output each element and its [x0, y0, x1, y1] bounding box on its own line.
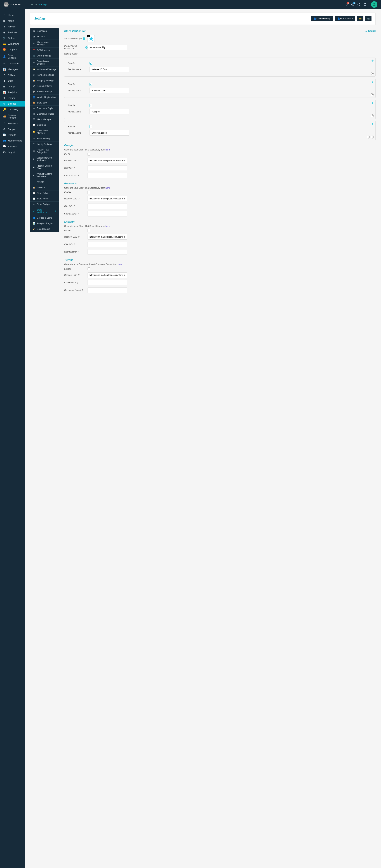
client-secret-input[interactable]: [88, 173, 127, 178]
sidebar-item-reports[interactable]: 📄Reports: [0, 132, 25, 138]
subnav-item-delivery[interactable]: 🚚Delivery: [30, 185, 59, 190]
subnav-item-store-hours[interactable]: 🕐Store Hours: [30, 196, 59, 202]
video-button[interactable]: 📹: [365, 16, 372, 21]
add-identity-button[interactable]: +: [367, 135, 370, 138]
subnav-item-commission-settings[interactable]: %Commission Settings: [30, 59, 59, 67]
menu-icon[interactable]: ☰: [31, 3, 33, 6]
move-handle-icon[interactable]: ✥: [372, 101, 374, 104]
generate-link[interactable]: here: [106, 187, 110, 189]
help-icon[interactable]: ?: [85, 46, 88, 49]
breadcrumb-label[interactable]: Settings: [38, 3, 47, 6]
client-secret-input[interactable]: [88, 249, 127, 255]
identity-name-input[interactable]: [89, 67, 129, 72]
help-icon[interactable]: ?: [78, 236, 80, 238]
capability-button[interactable]: 👤⚙Capability: [335, 16, 355, 21]
sidebar-item-orders[interactable]: 🛒Orders: [0, 35, 25, 41]
subnav-item-dashboard[interactable]: ▣Dashboard: [30, 28, 59, 34]
subnav-item-geo-location[interactable]: 📍GEO Location: [30, 48, 59, 53]
sidebar-item-logout[interactable]: ⏻Logout: [0, 149, 25, 155]
save-icon[interactable]: [363, 3, 366, 6]
sidebar-item-support[interactable]: ⊕Support: [0, 126, 25, 132]
subnav-item-refund-settings[interactable]: ↺Refund Settings: [30, 83, 59, 89]
redirect-url-input[interactable]: [88, 272, 127, 278]
help-icon[interactable]: ?: [74, 205, 75, 208]
subnav-item-store-policies[interactable]: 📋Store Policies: [30, 190, 59, 196]
subnav-item-payment-settings[interactable]: ₿Payment Settings: [30, 72, 59, 78]
subnav-item-data-cleanup[interactable]: 🧹Data Cleanup: [30, 226, 59, 232]
sidebar-item-memberships[interactable]: 👥Memberships: [0, 138, 25, 144]
sidebar-item-refund[interactable]: ↺Refund: [0, 95, 25, 101]
enable-checkbox[interactable]: [88, 153, 90, 156]
subnav-item-groups-&-staffs[interactable]: 👥Groups & Staffs: [30, 215, 59, 221]
remove-identity-button[interactable]: ✕: [371, 135, 374, 138]
subnav-item-email-setting[interactable]: ✉Email Setting: [30, 136, 59, 142]
help-icon[interactable]: ?: [78, 251, 79, 253]
sidebar-item-media[interactable]: ▣Media: [0, 18, 25, 24]
sidebar-item-settings[interactable]: ⚙Settings: [0, 101, 25, 106]
subnav-item-store-verification[interactable]: ✓Store Verification⟳: [30, 207, 59, 215]
redirect-url-input[interactable]: [88, 196, 127, 202]
subnav-item-withdrawal-settings[interactable]: 💳Withdrawal Settings: [30, 67, 59, 72]
verification-badge-image[interactable]: ✕: [88, 35, 95, 42]
help-icon[interactable]: ?: [79, 281, 80, 284]
identity-name-input[interactable]: [89, 130, 129, 135]
generate-link[interactable]: here: [106, 149, 110, 151]
subnav-item-affiliate[interactable]: ⚭Affiliate: [30, 179, 59, 185]
client-secret-input[interactable]: [88, 211, 127, 216]
subnav-item-inquiry-settings[interactable]: ?Inquiry Settings: [30, 142, 59, 147]
sidebar-item-withdrawal[interactable]: 💳Withdrawal: [0, 41, 25, 46]
subnav-item-analytics-region[interactable]: 📊Analytics Region: [30, 221, 59, 226]
sidebar-item-affiliate[interactable]: ⚭Affiliate: [0, 72, 25, 78]
membership-button[interactable]: 👤⁺Membership: [311, 16, 333, 21]
subnav-item-dashboard-pages[interactable]: ▥Dashboard Pages: [30, 111, 59, 117]
help-icon[interactable]: ?: [74, 243, 75, 246]
help-icon[interactable]: ?: [78, 159, 80, 162]
product-limit-input[interactable]: [88, 45, 127, 50]
subnav-item-dashboard-style[interactable]: ▤Dashboard Style: [30, 105, 59, 111]
help-icon[interactable]: ?: [83, 37, 85, 40]
remove-identity-button[interactable]: ✕: [371, 72, 374, 75]
sidebar-item-groups[interactable]: ⊞Groups: [0, 84, 25, 89]
identity-name-input[interactable]: [89, 88, 129, 93]
move-handle-icon[interactable]: ✥: [372, 59, 374, 62]
subnav-item-product-custom-field[interactable]: ◐Product Custom Field: [30, 163, 59, 171]
subnav-item-categories-wise-attributes[interactable]: ≡Categories wise Attributes: [30, 155, 59, 163]
subnav-item-product-custom-validation[interactable]: ✓Product Custom Validation: [30, 171, 59, 179]
identity-name-input[interactable]: [89, 109, 129, 115]
sidebar-item-customers[interactable]: ☺Customers: [0, 61, 25, 66]
redirect-url-input[interactable]: [88, 158, 127, 163]
card-button[interactable]: 💳: [357, 16, 363, 21]
sidebar-item-managers[interactable]: 👔Managers: [0, 66, 25, 72]
subnav-item-store-badges[interactable]: ○Store Badges: [30, 202, 59, 207]
enable-checkbox[interactable]: ✓: [89, 125, 92, 128]
subnav-item-notification-manager[interactable]: 🔔Notification Manager: [30, 128, 59, 136]
subnav-item-marketplace-settings[interactable]: ⌂Marketplace Settings: [30, 39, 59, 48]
announce-icon[interactable]: [357, 3, 360, 6]
move-handle-icon[interactable]: ✥: [372, 123, 374, 126]
tutorial-link[interactable]: ▭ Tutorial: [365, 30, 376, 32]
help-icon[interactable]: ?: [82, 289, 83, 291]
help-icon[interactable]: ?: [78, 197, 80, 200]
sidebar-item-home[interactable]: ⌂Home: [0, 12, 25, 18]
client-secret-input[interactable]: [88, 287, 127, 293]
move-handle-icon[interactable]: ✥: [372, 80, 374, 83]
enable-checkbox[interactable]: [88, 191, 90, 194]
client-id-input[interactable]: [88, 165, 127, 171]
sidebar-item-followers[interactable]: ☆Followers: [0, 121, 25, 126]
sidebar-item-coupons[interactable]: 🎁Coupons: [0, 46, 25, 52]
subnav-item-vendor-registration[interactable]: 👤Vendor Registration: [30, 94, 59, 100]
sidebar-item-store-vendors[interactable]: 👤Store Vendors: [0, 52, 25, 61]
subnav-item-store-style[interactable]: 🎨Store Style: [30, 100, 59, 105]
sidebar-item-reviews[interactable]: 💬Reviews: [0, 144, 25, 149]
subnav-item-product-type-categories[interactable]: 🏷Product Type Categories: [30, 147, 59, 155]
enable-checkbox[interactable]: ✓: [89, 104, 92, 107]
client-id-input[interactable]: [88, 204, 127, 209]
sidebar-item-articles[interactable]: 🗎Articles: [0, 24, 25, 29]
sidebar-item-analytics[interactable]: 📊Analytics: [0, 89, 25, 95]
enable-checkbox[interactable]: ✓: [89, 83, 92, 86]
sidebar-item-staff[interactable]: ♟Staff: [0, 78, 25, 84]
enable-checkbox[interactable]: [88, 268, 90, 270]
user-avatar[interactable]: [371, 1, 377, 8]
subnav-item-modules[interactable]: ⊞Modules: [30, 34, 59, 39]
sidebar-item-capability[interactable]: 🔑Capability: [0, 106, 25, 112]
